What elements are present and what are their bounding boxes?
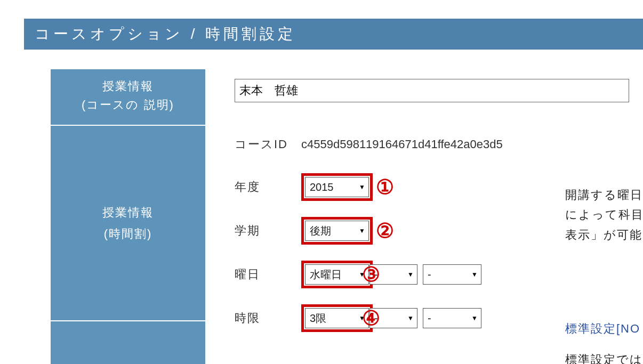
day-select-3[interactable]: - ▼: [423, 264, 481, 285]
annotation-1: ①: [376, 177, 394, 197]
standard-setting-note: 標準設定では: [565, 352, 643, 364]
row-day: 曜日 水曜日 ▼ ③ - ▼: [235, 261, 643, 288]
value-course-id: c4559d598119164671d41ffe42a0e3d5: [301, 137, 503, 151]
sidebar: 授業情報 (コースの 説明) 授業情報 (時間割): [51, 69, 205, 364]
content-area: 授業情報 (コースの 説明) 授業情報 (時間割) コースID c4559d59…: [51, 69, 643, 364]
sidebar-label-line: (コースの 説明): [56, 95, 200, 114]
year-select[interactable]: 2015 ▼: [305, 177, 369, 197]
instructor-name-input[interactable]: [235, 79, 629, 102]
annotation-3: ③: [362, 264, 380, 285]
period-select-3[interactable]: - ▼: [423, 308, 481, 328]
semester-select[interactable]: 後期 ▼: [305, 221, 369, 241]
day-select-1[interactable]: 水曜日 ▼: [305, 264, 369, 285]
label-semester: 学期: [235, 223, 301, 239]
chevron-down-icon: ▼: [407, 271, 414, 278]
annotation-4: ④: [362, 308, 380, 328]
help-text-line: 表示」が可能: [565, 225, 643, 245]
label-course-id: コースID: [235, 136, 301, 152]
help-text-line: 開講する曜日: [565, 185, 643, 205]
highlight-box: 2015 ▼: [301, 173, 373, 201]
chevron-down-icon: ▼: [359, 183, 365, 191]
chevron-down-icon: ▼: [471, 314, 478, 322]
label-year: 年度: [235, 179, 301, 195]
sidebar-section-course-description: 授業情報 (コースの 説明): [51, 69, 205, 126]
help-text-block: 開講する曜日 によって科目 表示」が可能: [565, 185, 643, 245]
page-header: コースオプション / 時間割設定: [24, 19, 643, 50]
help-text-line: によって科目: [565, 205, 643, 224]
day-select-1-value: 水曜日: [310, 268, 356, 282]
sidebar-label-line: 授業情報: [51, 202, 205, 223]
page-title: コースオプション / 時間割設定: [35, 26, 296, 42]
sidebar-section-empty: [51, 321, 205, 364]
sidebar-label-line: (時間割): [51, 223, 205, 245]
annotation-2: ②: [376, 221, 394, 241]
period-select-1-value: 3限: [310, 311, 356, 326]
period-select-1[interactable]: 3限 ▼: [305, 308, 369, 328]
standard-setting-note-text: 標準設定では: [565, 353, 643, 364]
standard-setting-link[interactable]: 標準設定[NO: [565, 321, 640, 337]
label-period: 時限: [235, 310, 301, 326]
row-course-id: コースID c4559d598119164671d41ffe42a0e3d5: [235, 132, 643, 157]
sidebar-label-line: 授業情報: [56, 77, 200, 95]
period-select-3-value: -: [428, 312, 468, 325]
highlight-box: 後期 ▼: [301, 217, 373, 245]
standard-setting-link-text: 標準設定[NO: [565, 322, 640, 335]
day-select-3-value: -: [428, 269, 468, 281]
chevron-down-icon: ▼: [359, 227, 365, 234]
chevron-down-icon: ▼: [407, 314, 414, 322]
label-day: 曜日: [235, 266, 301, 282]
semester-select-value: 後期: [310, 224, 356, 238]
chevron-down-icon: ▼: [471, 271, 478, 278]
sidebar-section-timetable: 授業情報 (時間割): [51, 126, 205, 321]
year-select-value: 2015: [310, 181, 356, 193]
